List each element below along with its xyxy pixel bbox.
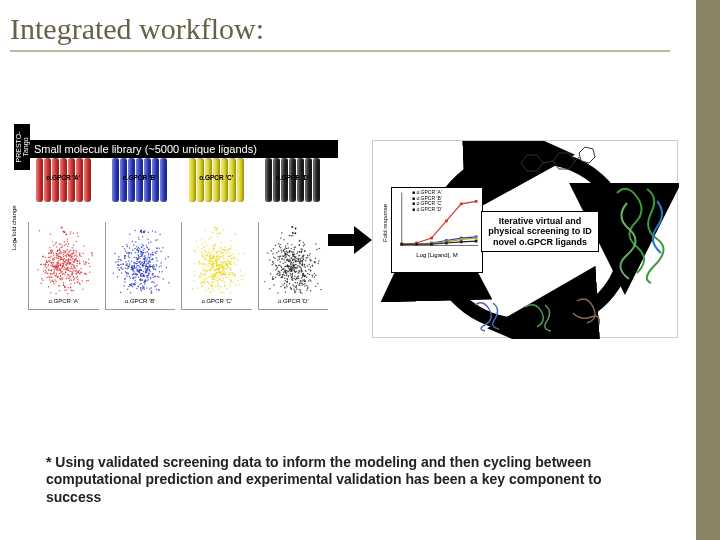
svg-point-921 — [226, 276, 227, 277]
svg-point-219 — [57, 262, 58, 263]
svg-point-840 — [222, 277, 223, 278]
svg-point-795 — [146, 270, 147, 271]
svg-point-498 — [120, 272, 121, 273]
svg-point-623 — [126, 246, 127, 247]
svg-point-347 — [64, 267, 65, 268]
svg-point-1514 — [301, 251, 302, 252]
svg-point-1409 — [272, 248, 273, 249]
svg-point-996 — [213, 267, 214, 268]
svg-point-1515 — [282, 256, 283, 257]
svg-point-336 — [75, 270, 76, 271]
svg-point-753 — [153, 266, 154, 267]
svg-point-704 — [144, 283, 145, 284]
svg-point-558 — [129, 277, 130, 278]
svg-point-615 — [158, 247, 159, 248]
svg-point-1014 — [197, 262, 198, 263]
svg-point-1158 — [208, 287, 209, 288]
svg-point-409 — [68, 258, 69, 259]
svg-point-1064 — [204, 230, 205, 231]
svg-point-580 — [154, 269, 155, 270]
svg-point-668 — [152, 277, 153, 278]
svg-point-1467 — [283, 268, 284, 269]
svg-point-1416 — [292, 262, 293, 263]
svg-point-1108 — [205, 273, 206, 274]
svg-point-1240 — [310, 266, 311, 267]
svg-point-1041 — [230, 281, 231, 282]
svg-point-459 — [146, 251, 147, 252]
svg-point-985 — [194, 251, 195, 252]
svg-point-1021 — [214, 251, 215, 252]
svg-point-809 — [142, 266, 143, 267]
svg-point-1519 — [274, 269, 275, 270]
svg-point-1360 — [301, 281, 302, 282]
svg-point-1400 — [320, 289, 321, 290]
svg-rect-1680 — [475, 237, 478, 240]
svg-point-470 — [146, 258, 147, 259]
svg-point-1153 — [196, 240, 197, 241]
svg-point-1464 — [291, 266, 292, 267]
svg-point-113 — [62, 273, 63, 274]
svg-point-93 — [64, 241, 65, 242]
svg-point-1274 — [292, 235, 293, 236]
svg-point-211 — [60, 279, 61, 280]
svg-point-332 — [71, 254, 72, 255]
svg-point-1280 — [277, 292, 278, 293]
svg-point-739 — [153, 276, 154, 277]
svg-point-550 — [134, 248, 135, 249]
svg-point-1432 — [297, 272, 298, 273]
svg-point-1163 — [212, 244, 213, 245]
svg-point-1200 — [208, 269, 209, 270]
svg-point-1620 — [290, 266, 291, 267]
svg-point-1617 — [293, 265, 294, 266]
svg-point-1034 — [200, 239, 201, 240]
svg-point-666 — [127, 253, 128, 254]
svg-point-1528 — [308, 274, 309, 275]
svg-point-1032 — [219, 272, 220, 273]
svg-point-69 — [40, 264, 41, 265]
svg-point-431 — [141, 285, 142, 286]
svg-point-596 — [141, 276, 142, 277]
slide-accent-bar — [696, 0, 720, 540]
svg-point-1010 — [230, 272, 231, 273]
svg-point-804 — [143, 248, 144, 249]
svg-point-893 — [204, 281, 205, 282]
svg-point-234 — [53, 255, 54, 256]
svg-point-853 — [210, 236, 211, 237]
svg-point-1094 — [231, 264, 232, 265]
svg-point-236 — [59, 265, 60, 266]
svg-point-654 — [133, 265, 134, 266]
svg-point-777 — [147, 249, 148, 250]
svg-point-140 — [77, 276, 78, 277]
svg-point-1212 — [207, 261, 208, 262]
svg-point-136 — [60, 268, 61, 269]
svg-point-391 — [77, 282, 78, 283]
svg-point-13 — [64, 290, 65, 291]
svg-point-1066 — [235, 264, 236, 265]
svg-point-815 — [127, 273, 128, 274]
svg-point-879 — [216, 252, 217, 253]
svg-point-1551 — [288, 268, 289, 269]
svg-point-334 — [86, 274, 87, 275]
svg-point-746 — [147, 273, 148, 274]
svg-point-169 — [67, 287, 68, 288]
svg-point-742 — [128, 247, 129, 248]
svg-point-1574 — [313, 276, 314, 277]
svg-point-1427 — [298, 257, 299, 258]
svg-point-1555 — [279, 261, 280, 262]
svg-rect-1679 — [460, 238, 463, 241]
svg-point-1002 — [208, 249, 209, 250]
svg-point-400 — [60, 269, 61, 270]
svg-point-172 — [64, 262, 65, 263]
svg-point-196 — [70, 233, 71, 234]
svg-point-974 — [230, 240, 231, 241]
svg-point-1495 — [290, 235, 291, 236]
svg-point-363 — [71, 247, 72, 248]
svg-point-870 — [203, 246, 204, 247]
svg-point-1054 — [217, 256, 218, 257]
svg-point-725 — [140, 290, 141, 291]
svg-point-32 — [70, 249, 71, 250]
svg-point-951 — [200, 273, 201, 274]
svg-point-129 — [52, 260, 53, 261]
svg-point-56 — [59, 273, 60, 274]
svg-point-475 — [144, 230, 145, 231]
